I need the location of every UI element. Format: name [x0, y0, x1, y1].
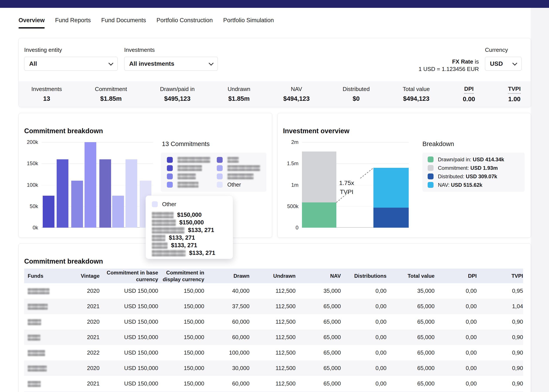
- redacted-fund-name: [28, 381, 41, 387]
- legend-swatch: [167, 174, 173, 179]
- commitment-bar[interactable]: [99, 159, 111, 228]
- tab-fund-reports[interactable]: Fund Reports: [55, 17, 91, 28]
- cell-commitment_display: 150,000: [158, 299, 204, 314]
- stat-label[interactable]: DPI: [464, 85, 474, 94]
- redacted-fund-name: [28, 350, 45, 356]
- legend-text: Drawn/paid in: USD 414.34k: [438, 156, 504, 163]
- investments-select[interactable]: All investments: [124, 57, 218, 71]
- redacted-fund-name: [152, 212, 174, 218]
- investments-value: All investments: [129, 60, 174, 67]
- redacted-fund-name: [178, 182, 199, 188]
- cell-distributions: 0,00: [341, 345, 386, 360]
- stat-label: NAV: [291, 86, 302, 93]
- commitment-legend-item[interactable]: [217, 165, 267, 171]
- stat-value: $0: [343, 95, 370, 102]
- cell-undrawn: 112,500: [250, 360, 296, 376]
- cell-total_value: 65,000: [386, 314, 435, 329]
- cell-distributions: 0,00: [341, 299, 386, 314]
- cell-total_value: 65,000: [386, 329, 435, 345]
- currency-select[interactable]: USD: [485, 57, 521, 71]
- cell-tvpi: 0,90: [477, 314, 523, 329]
- tooltip-row: $150,000: [152, 219, 227, 226]
- cell-drawn: 60,000: [204, 329, 250, 345]
- cell-drawn: 60,000: [204, 314, 250, 329]
- commitment-bar[interactable]: [126, 159, 137, 228]
- stat-label: Investments: [31, 86, 62, 93]
- cell-vintage: 2021: [71, 376, 100, 391]
- cell-dpi: 0,00: [435, 283, 477, 299]
- commitment-legend-item[interactable]: [167, 165, 217, 171]
- commitment-bar[interactable]: [85, 142, 96, 228]
- cell-vintage: 2022: [71, 345, 100, 360]
- tooltip-amount: $133, 271: [169, 234, 195, 241]
- legend-swatch: [428, 182, 434, 188]
- tvpi-annotation-label: TVPI: [332, 187, 361, 196]
- y-tick-label: 150k: [21, 161, 38, 167]
- tab-portfolio-simulation[interactable]: Portfolio Simulation: [223, 17, 274, 28]
- redacted-fund-name: [28, 319, 41, 325]
- cell-commitment_display: 150,000: [158, 314, 204, 329]
- cell-tvpi: 0,90: [477, 360, 523, 376]
- tab-fund-documents[interactable]: Fund Documents: [101, 17, 146, 28]
- cell-commitment_display: 150,000: [158, 329, 204, 345]
- cell-commitment_base: USD 150,000: [100, 314, 158, 329]
- table-row[interactable]: 2020USD 150,000150,00030,000112,50065,00…: [24, 360, 523, 376]
- commitment-legend-item[interactable]: [167, 157, 217, 163]
- col-header-undrawn: Undrawn: [250, 269, 296, 283]
- stat-label[interactable]: TVPI: [508, 85, 521, 94]
- redacted-fund-name: [152, 235, 165, 241]
- stat-investments: Investments13: [31, 86, 62, 102]
- commitment-bar[interactable]: [112, 196, 124, 228]
- commitment-table-wrap: FundsVintageCommitment in base currencyC…: [24, 269, 523, 392]
- y-tick-label: 1m: [281, 182, 299, 188]
- cell-commitment_display: 150,000: [158, 345, 204, 360]
- tab-portfolio-construction[interactable]: Portfolio Construction: [157, 17, 213, 28]
- table-row[interactable]: 2021USD 150,000150,00060,000112,50065,00…: [24, 329, 523, 345]
- commitment-legend-item[interactable]: [217, 157, 267, 163]
- legend-text: NAV: USD 515.62k: [438, 182, 482, 188]
- cell-nav: 65,000: [296, 329, 341, 345]
- cell-drawn: 40,000: [204, 283, 250, 299]
- tab-overview[interactable]: Overview: [19, 17, 45, 28]
- table-row[interactable]: 2021USD 150,000150,00060,000112,50065,00…: [24, 376, 523, 391]
- commitment-legend-item[interactable]: [167, 182, 217, 188]
- investing-entity-select[interactable]: All: [24, 57, 118, 71]
- commitment-bar[interactable]: [57, 159, 68, 228]
- other-commitments-tooltip: Other $150,000$150,000$133, 271$133, 271…: [146, 196, 233, 259]
- legend-label: NAV:: [438, 182, 449, 188]
- investment-overview-card: Investment overview 2m1.5m1m500k0 1.75x …: [277, 113, 531, 238]
- table-row[interactable]: 2021USD 150,000150,00037,500112,50065,00…: [24, 299, 523, 314]
- y-tick-label: 500k: [281, 203, 299, 209]
- investment-overview-title: Investment overview: [283, 127, 349, 135]
- cell-commitment_base: USD 150,000: [100, 283, 158, 299]
- table-row[interactable]: 2020USD 150,000150,00060,000112,50065,00…: [24, 314, 523, 329]
- commitment-table: FundsVintageCommitment in base currencyC…: [24, 269, 523, 392]
- commitment-legend-item[interactable]: [167, 174, 217, 179]
- stat-label: Commitment: [95, 86, 127, 93]
- cell-commitment_base: USD 150,000: [100, 299, 158, 314]
- table-row[interactable]: 2020USD 150,000150,00040,000112,50035,00…: [24, 283, 523, 299]
- investing-entity-value: All: [29, 60, 37, 67]
- cell-funds: [24, 314, 71, 329]
- cell-nav: 65,000: [296, 314, 341, 329]
- y-tick-label: 1.5m: [281, 161, 299, 167]
- cell-distributions: 0,00: [341, 329, 386, 345]
- chevron-down-icon: [512, 61, 517, 66]
- tooltip-amount: $150,000: [177, 211, 202, 218]
- stat-value: 1.00: [508, 96, 521, 103]
- stat-drawn-paid-in: Drawn/paid in$495,123: [160, 86, 194, 102]
- commitment-bar[interactable]: [71, 181, 83, 228]
- cell-funds: [24, 283, 71, 299]
- commitment-legend-item[interactable]: [217, 174, 267, 179]
- commitment-bar[interactable]: [43, 196, 54, 228]
- redacted-fund-name: [28, 288, 50, 294]
- commitment-legend-item[interactable]: Other: [217, 182, 267, 188]
- table-row[interactable]: 2022USD 150,000150,000100,000112,50065,0…: [24, 345, 523, 360]
- nav-tabs: OverviewFund ReportsFund DocumentsPortfo…: [19, 17, 274, 28]
- redacted-fund-name: [178, 165, 202, 171]
- filters-right: FX Rate is 1 USD = 1.123456 EUR Currency…: [419, 47, 521, 73]
- legend-label: Commitment:: [438, 165, 469, 171]
- stat-label: Distributed: [343, 86, 370, 93]
- fx-rate-bold: FX Rate: [452, 58, 473, 65]
- cell-tvpi: 0,90: [477, 345, 523, 360]
